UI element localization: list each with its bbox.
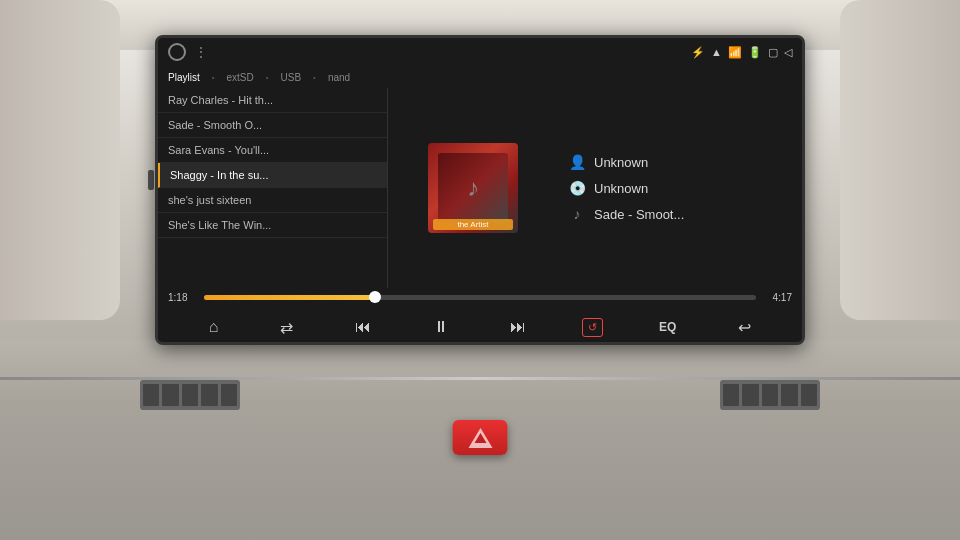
home-button[interactable]: ⌂	[203, 314, 225, 340]
tab-extsd[interactable]: extSD	[227, 72, 254, 83]
main-content: Ray Charles - Hit th... Sade - Smooth O.…	[158, 88, 802, 288]
song-item-ray-charles[interactable]: Ray Charles - Hit th...	[158, 88, 387, 113]
source-tabs: Playlist • extSD • USB • nand	[158, 66, 802, 88]
hazard-icon	[468, 428, 492, 448]
window-icon: ▢	[768, 46, 778, 59]
back-arrow-icon[interactable]: ◁	[784, 46, 792, 59]
lower-dashboard	[0, 340, 960, 540]
artist-text: Unknown	[594, 155, 648, 170]
tab-nand[interactable]: nand	[328, 72, 350, 83]
song-item-shes-like[interactable]: She's Like The Win...	[158, 213, 387, 238]
dot-separator-1: •	[212, 73, 215, 82]
progress-fill	[204, 295, 375, 300]
note-icon: ♪	[568, 206, 586, 222]
signal-icon: 📶	[728, 46, 742, 59]
album-row: 💿 Unknown	[568, 180, 792, 196]
song-item-sade[interactable]: Sade - Smooth O...	[158, 113, 387, 138]
shuffle-button[interactable]: ⇄	[274, 314, 299, 341]
progress-bar[interactable]	[204, 295, 756, 300]
menu-dots-icon[interactable]: ⋮	[194, 44, 209, 60]
progress-thumb[interactable]	[369, 291, 381, 303]
now-playing-center: ♪ the Artist	[388, 88, 558, 288]
right-air-vent	[720, 380, 820, 410]
status-right: ⚡ ▲ 📶 🔋 ▢ ◁	[691, 46, 792, 59]
back-button[interactable]: ↩	[732, 314, 757, 341]
track-row: ♪ Sade - Smoot...	[568, 206, 792, 222]
person-icon: 👤	[568, 154, 586, 170]
album-art-placeholder: ♪	[467, 174, 479, 202]
tab-usb[interactable]: USB	[281, 72, 302, 83]
side-button[interactable]	[148, 170, 154, 190]
dashboard-right-panel	[840, 0, 960, 320]
dot-separator-3: •	[313, 73, 316, 82]
disc-icon: 💿	[568, 180, 586, 196]
progress-area: 1:18 4:17	[158, 288, 802, 307]
album-art-inner: ♪	[438, 153, 508, 223]
song-list: Ray Charles - Hit th... Sade - Smooth O.…	[158, 88, 388, 288]
album-art: ♪ the Artist	[428, 143, 518, 233]
song-item-shaggy[interactable]: Shaggy - In the su...	[158, 163, 387, 188]
battery-icon: 🔋	[748, 46, 762, 59]
prev-button[interactable]: ⏮	[349, 314, 377, 340]
playback-controls: ⌂ ⇄ ⏮ ⏸ ⏭ ↺ EQ ↩	[158, 307, 802, 345]
repeat-button[interactable]: ↺	[582, 318, 603, 337]
status-left: ⋮	[168, 43, 209, 61]
dashboard-left-panel	[0, 0, 120, 320]
album-art-label: the Artist	[433, 219, 513, 230]
bluetooth-icon: ⚡	[691, 46, 705, 59]
time-row: 1:18 4:17	[168, 292, 792, 303]
dot-separator-2: •	[266, 73, 269, 82]
status-bar: ⋮ ⚡ ▲ 📶 🔋 ▢ ◁	[158, 38, 802, 66]
time-total: 4:17	[764, 292, 792, 303]
song-item-sixteen[interactable]: she's just sixteen	[158, 188, 387, 213]
time-current: 1:18	[168, 292, 196, 303]
left-air-vent	[140, 380, 240, 410]
tab-playlist[interactable]: Playlist	[168, 72, 200, 83]
track-text: Sade - Smoot...	[594, 207, 684, 222]
circle-icon	[168, 43, 186, 61]
eq-button[interactable]: EQ	[653, 316, 682, 338]
song-item-sara-evans[interactable]: Sara Evans - You'll...	[158, 138, 387, 163]
album-text: Unknown	[594, 181, 648, 196]
artist-row: 👤 Unknown	[568, 154, 792, 170]
head-unit-screen: ⋮ ⚡ ▲ 📶 🔋 ▢ ◁ Playlist • extSD • USB • n…	[155, 35, 805, 345]
next-button[interactable]: ⏭	[504, 314, 532, 340]
info-panel: 👤 Unknown 💿 Unknown ♪ Sade - Smoot...	[558, 88, 802, 288]
hazard-button[interactable]	[453, 420, 508, 455]
play-pause-button[interactable]: ⏸	[427, 314, 455, 340]
wifi-icon: ▲	[711, 46, 722, 58]
